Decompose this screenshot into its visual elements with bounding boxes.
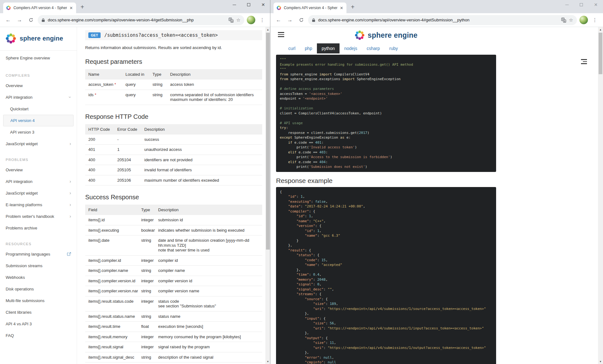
table-cell: compiler id [155, 255, 262, 266]
reload-button[interactable] [26, 16, 35, 25]
sidebar-item-label: Client libraries [6, 310, 31, 315]
lang-tab-php[interactable]: php [300, 43, 317, 53]
address-bar[interactable]: docs.sphere-engine.com/compilers/api/ove… [38, 15, 244, 25]
sidebar-item-multi-file-submissions[interactable]: Multi-file submissions [0, 295, 77, 306]
new-tab-button[interactable]: + [80, 3, 84, 11]
reload-button[interactable] [297, 16, 306, 25]
column-header: Type [138, 205, 155, 215]
lang-tab-nodejs[interactable]: nodejs [340, 43, 362, 53]
browser-tab[interactable]: Compilers API version 4 - Sphere... ✕ [274, 3, 346, 13]
http-method-badge: GET [88, 32, 101, 38]
chevron-down-icon[interactable]: › [68, 97, 73, 98]
url-text[interactable]: docs.sphere-engine.com/compilers/api/ove… [318, 18, 558, 22]
sidebar-item-problem-setter-s-handbook[interactable]: Problem setter's handbook› [0, 211, 77, 222]
minimize-button[interactable] [560, 0, 574, 9]
table-cell: items[].compiler.name [85, 266, 138, 276]
sidebar-item-programming-languages[interactable]: Programming languages [0, 248, 77, 260]
minimize-button[interactable] [227, 0, 241, 9]
maximize-button[interactable] [241, 0, 256, 9]
sidebar-item-label: API version 3 [10, 130, 34, 135]
chevron-right-icon[interactable]: › [69, 141, 71, 146]
chevron-right-icon[interactable]: › [69, 202, 71, 207]
sphere-engine-logo[interactable]: sphere engine [355, 30, 418, 40]
sidebar-item-client-libraries[interactable]: Client libraries [0, 306, 77, 318]
tab-close-icon[interactable]: ✕ [69, 6, 73, 10]
sidebar-item-api-version-3[interactable]: API version 3 [0, 126, 77, 138]
sidebar-item-sphere-engine-overview[interactable]: Sphere Engine overview [0, 51, 77, 65]
table-cell: status code see section "Submission stat… [155, 296, 262, 311]
bookmark-star-icon[interactable]: ☆ [236, 17, 241, 23]
forward-button[interactable]: → [15, 16, 24, 25]
sidebar-item-quickstart[interactable]: Quickstart [0, 103, 77, 115]
table-cell: submission id [155, 215, 262, 225]
scroll-down-arrow[interactable]: ▼ [598, 359, 603, 364]
endpoint-path: /submissions?access_token=<access_token> [104, 32, 218, 38]
doc-table: HTTP CodeError CodeDescription200-succes… [85, 124, 262, 186]
sphere-engine-logo[interactable]: sphere engine [0, 27, 77, 51]
browser-toolbar: ← → docs.sphere-engine.com/compilers/api… [0, 13, 270, 27]
sidebar-item-api-version-4[interactable]: API version 4 [3, 115, 74, 126]
back-button[interactable]: ← [4, 16, 13, 25]
sidebar-item-overview[interactable]: Overview [0, 80, 77, 91]
back-button[interactable]: ← [274, 16, 283, 25]
lang-tab-curl[interactable]: curl [284, 43, 300, 53]
new-tab-button[interactable]: + [351, 3, 355, 11]
sidebar-item-api-integration[interactable]: API integration› [0, 176, 77, 187]
menu-icon[interactable] [278, 32, 284, 38]
lang-tab-csharp[interactable]: csharp [362, 43, 384, 53]
sidebar-item-javascript-widget[interactable]: JavaScript widget› [0, 187, 77, 199]
table-row: items[].result.signalintegersignal raise… [85, 342, 262, 352]
sidebar-item-submission-streams[interactable]: Submission streams [0, 260, 77, 272]
toc-icon[interactable] [581, 59, 587, 65]
table-cell: items[].id [85, 215, 138, 225]
close-window-button[interactable]: ✕ [256, 0, 270, 9]
sidebar-item-faq[interactable]: FAQ [0, 330, 77, 341]
maximize-button[interactable] [574, 0, 589, 9]
sidebar-item-label: E-learning platforms [6, 202, 42, 207]
section-heading: Request parameters [85, 58, 262, 65]
sidebar-item-overview[interactable]: Overview [0, 164, 77, 176]
sidebar-item-label: API version 4 [10, 118, 35, 123]
bookmark-star-icon[interactable]: ☆ [569, 17, 573, 23]
sidebar-item-problems-archive[interactable]: Problems archive [0, 222, 77, 234]
column-header: HTTP Code [85, 124, 114, 135]
page-scrollbar[interactable]: ▲ ▼ [265, 27, 270, 364]
sidebar-item-api-4-vs-api-3[interactable]: API 4 vs API 3 [0, 318, 77, 330]
code-line: "name": "gcc 6.3" [280, 233, 492, 238]
close-window-button[interactable]: ✕ [589, 0, 603, 9]
lang-tab-ruby[interactable]: ruby [384, 43, 402, 53]
code-line: "memory": 2048, [280, 277, 492, 282]
scroll-down-arrow[interactable]: ▼ [265, 359, 270, 364]
sidebar-item-e-learning-platforms[interactable]: E-learning platforms› [0, 199, 77, 211]
scrollbar-thumb[interactable] [266, 33, 270, 250]
page-scrollbar[interactable]: ▲ ▼ [598, 27, 603, 364]
chevron-right-icon[interactable]: › [69, 214, 71, 218]
tab-strip: Compilers API version 4 - Sphere... ✕ + … [0, 0, 270, 13]
code-line: try: [280, 125, 492, 130]
scroll-up-arrow[interactable]: ▲ [598, 27, 603, 32]
translate-icon[interactable] [229, 18, 234, 23]
browser-menu-icon[interactable]: ⋮ [258, 17, 267, 23]
code-line [280, 101, 492, 106]
sidebar-item-disk-operations[interactable]: Disk operations [0, 283, 77, 295]
scrollbar-thumb[interactable] [599, 33, 602, 74]
browser-tab[interactable]: Compilers API version 4 - Sphere... ✕ [3, 3, 76, 13]
forward-button[interactable]: → [285, 16, 294, 25]
profile-avatar[interactable] [247, 16, 255, 24]
sidebar-item-api-integration[interactable]: API integration› [0, 91, 77, 103]
address-bar[interactable]: docs.sphere-engine.com/compilers/api/ove… [308, 15, 577, 25]
table-row: items[].compiler.namestringcompiler name [85, 266, 262, 276]
sidebar-item-webhooks[interactable]: Webhooks [0, 272, 77, 283]
chevron-right-icon[interactable]: › [69, 179, 71, 184]
lang-tab-python[interactable]: python [317, 43, 340, 53]
code-line: """ [280, 57, 492, 62]
tab-close-icon[interactable]: ✕ [340, 6, 343, 10]
scroll-up-arrow[interactable]: ▲ [265, 27, 270, 32]
translate-icon[interactable] [561, 18, 566, 23]
url-text[interactable]: docs.sphere-engine.com/compilers/api/ove… [48, 18, 226, 22]
browser-menu-icon[interactable]: ⋮ [590, 17, 599, 23]
chevron-right-icon[interactable]: › [69, 191, 71, 195]
code-line: "code": 15, [280, 258, 492, 263]
sidebar-item-javascript-widget[interactable]: JavaScript widget› [0, 138, 77, 150]
profile-avatar[interactable] [579, 16, 588, 24]
